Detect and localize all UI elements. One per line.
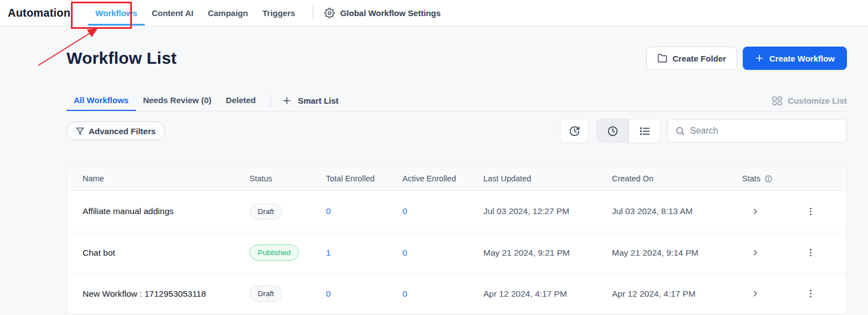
nav-tab-content-ai[interactable]: Content AI <box>145 2 201 26</box>
advanced-filters-label: Advanced Filters <box>89 126 156 136</box>
smart-list-button[interactable]: Smart List <box>279 90 341 111</box>
col-header-name: Name <box>83 174 249 183</box>
workflow-name[interactable]: Chat bot <box>83 248 249 258</box>
col-header-status: Status <box>249 174 326 183</box>
tab-all-workflows[interactable]: All Workflows <box>67 90 136 111</box>
col-header-active-enrolled: Active Enrolled <box>402 174 483 183</box>
chevron-right-icon[interactable] <box>751 289 759 298</box>
workflow-name[interactable]: Affiliate manual addings <box>83 206 249 216</box>
workflow-name[interactable]: New Workflow : 1712953053118 <box>83 289 249 299</box>
status-badge: Draft <box>249 286 282 302</box>
col-header-stats: Stats <box>742 174 760 183</box>
kebab-menu-icon[interactable] <box>806 248 815 257</box>
table-row: Chat bot Published 1 0 May 21 2024, 9:21… <box>67 232 846 273</box>
customize-list-label: Customize List <box>788 96 847 105</box>
customize-list-button[interactable]: Customize List <box>772 90 847 111</box>
gear-icon <box>324 8 335 18</box>
table-row: Affiliate manual addings Draft 0 0 Jul 0… <box>67 191 846 232</box>
chevron-right-icon[interactable] <box>751 248 759 257</box>
list-icon <box>639 125 651 137</box>
status-badge: Draft <box>249 204 282 220</box>
col-header-last-updated: Last Updated <box>483 174 612 183</box>
create-folder-button[interactable]: Create Folder <box>646 47 737 70</box>
page-title: Workflow List <box>67 49 177 68</box>
smart-list-label: Smart List <box>298 96 338 105</box>
top-nav-tabs: Workflows Content AI Campaign Triggers <box>88 0 303 26</box>
kebab-menu-icon[interactable] <box>806 207 815 216</box>
total-enrolled-link[interactable]: 1 <box>326 248 331 258</box>
search-icon <box>675 126 685 136</box>
created-on-value: May 21 2024, 9:14 PM <box>612 248 742 258</box>
info-icon[interactable] <box>764 175 773 183</box>
status-badge: Published <box>249 245 299 261</box>
clock-history-icon <box>569 125 580 137</box>
clock-icon <box>607 125 619 137</box>
table-header-row: Name Status Total Enrolled Active Enroll… <box>67 167 846 191</box>
table-row: New Workflow : 1712953053118 Draft 0 0 A… <box>67 273 846 314</box>
create-workflow-label: Create Workflow <box>769 54 835 63</box>
nav-tab-campaign[interactable]: Campaign <box>201 2 256 26</box>
folder-icon <box>657 53 667 63</box>
create-workflow-button[interactable]: Create Workflow <box>743 47 847 70</box>
active-enrolled-link[interactable]: 0 <box>402 289 407 299</box>
total-enrolled-link[interactable]: 0 <box>326 289 331 299</box>
list-controls: Advanced Filters <box>67 119 847 143</box>
nav-tab-workflows[interactable]: Workflows <box>88 2 145 26</box>
tab-deleted[interactable]: Deleted <box>218 90 263 111</box>
last-updated-value: Apr 12 2024, 4:17 PM <box>483 289 612 299</box>
workflow-list-tabs: All Workflows Needs Review (0) Deleted S… <box>67 90 847 111</box>
list-view-button[interactable] <box>629 119 660 143</box>
nav-divider <box>313 6 313 20</box>
created-on-value: Apr 12 2024, 4:17 PM <box>612 289 742 299</box>
active-enrolled-link[interactable]: 0 <box>402 206 407 216</box>
enrollment-history-button[interactable] <box>560 119 589 143</box>
last-updated-value: Jul 03 2024, 12:27 PM <box>483 206 612 216</box>
funnel-icon <box>76 127 84 135</box>
search-field[interactable] <box>667 119 847 143</box>
col-header-created-on: Created On <box>612 174 742 183</box>
time-view-button[interactable] <box>597 119 629 143</box>
global-workflow-settings-button[interactable]: Global Workflow Settings <box>324 0 441 26</box>
workflow-table: Name Status Total Enrolled Active Enroll… <box>67 166 847 314</box>
last-updated-value: May 21 2024, 9:21 PM <box>483 248 612 258</box>
created-on-value: Jul 03 2024, 8:13 AM <box>612 206 742 216</box>
chevron-right-icon[interactable] <box>751 207 759 216</box>
plus-icon <box>755 54 764 63</box>
view-toggle <box>596 119 661 143</box>
app-title: Automation <box>8 7 70 19</box>
search-input[interactable] <box>690 126 839 136</box>
create-folder-label: Create Folder <box>672 54 726 63</box>
global-workflow-settings-label: Global Workflow Settings <box>340 8 441 18</box>
advanced-filters-button[interactable]: Advanced Filters <box>67 121 165 140</box>
top-nav: Automation Workflows Content AI Campaign… <box>0 0 868 26</box>
plus-icon <box>282 96 292 105</box>
toggles-icon <box>772 95 783 106</box>
active-enrolled-link[interactable]: 0 <box>402 248 407 258</box>
page-header: Workflow List Create Folder Create Workf… <box>67 47 847 70</box>
total-enrolled-link[interactable]: 0 <box>326 206 331 216</box>
kebab-menu-icon[interactable] <box>806 289 815 298</box>
tab-divider <box>270 95 271 107</box>
col-header-total-enrolled: Total Enrolled <box>326 174 402 183</box>
tab-needs-review[interactable]: Needs Review (0) <box>136 90 218 111</box>
nav-tab-triggers[interactable]: Triggers <box>255 2 302 26</box>
